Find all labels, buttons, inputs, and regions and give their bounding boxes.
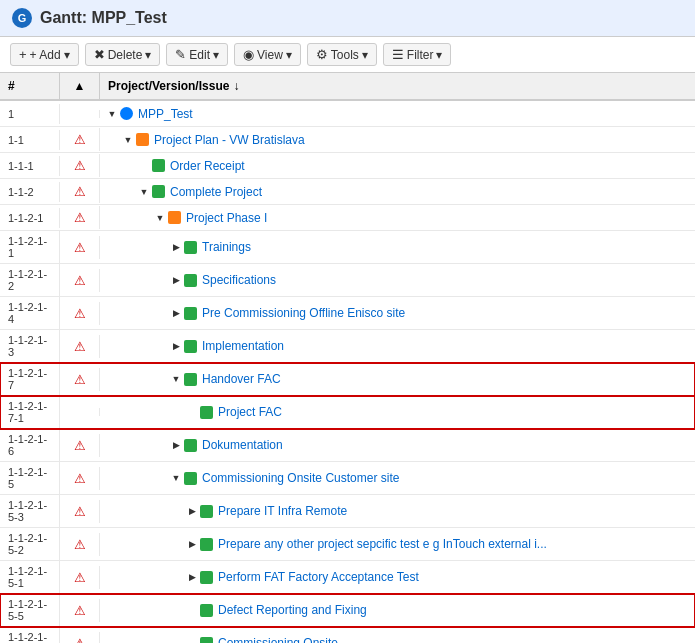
warning-cell: ⚠ xyxy=(60,566,100,589)
warning-cell: ⚠ xyxy=(60,500,100,523)
task-name[interactable]: Specifications xyxy=(202,273,276,287)
task-name[interactable]: Commissioning Onsite Customer site xyxy=(202,471,399,485)
task-name[interactable]: Handover FAC xyxy=(202,372,281,386)
collapse-button[interactable]: ▼ xyxy=(170,472,182,484)
collapse-button[interactable]: ▼ xyxy=(122,134,134,146)
warning-icon: ⚠ xyxy=(74,240,86,255)
expand-button[interactable]: ▶ xyxy=(186,538,198,550)
expand-button[interactable]: ▶ xyxy=(170,274,182,286)
warning-cell: ⚠ xyxy=(60,236,100,259)
task-icon xyxy=(184,373,197,386)
row-number: 1-1-2-1 xyxy=(0,208,60,228)
task-name[interactable]: MPP_Test xyxy=(138,107,193,121)
table-row: 1-1⚠▼Project Plan - VW Bratislava xyxy=(0,127,695,153)
task-name[interactable]: Commissioning Onsite xyxy=(218,636,338,643)
task-icon xyxy=(136,133,149,146)
expand-button[interactable]: ▶ xyxy=(170,307,182,319)
table-row: 1-1-2-1-5-5⚠Defect Reporting and Fixing xyxy=(0,594,695,627)
tools-icon: ⚙ xyxy=(316,47,328,62)
row-number: 1-1-2-1-5-2 xyxy=(0,528,60,560)
col-num-header: # xyxy=(0,73,60,99)
warning-icon: ⚠ xyxy=(74,603,86,618)
expand-button[interactable]: ▶ xyxy=(170,340,182,352)
task-name[interactable]: Implementation xyxy=(202,339,284,353)
task-icon xyxy=(168,211,181,224)
task-name[interactable]: Perform FAT Factory Acceptance Test xyxy=(218,570,419,584)
task-name[interactable]: Project FAC xyxy=(218,405,282,419)
task-name[interactable]: Order Receipt xyxy=(170,159,245,173)
task-name[interactable]: Project Phase I xyxy=(186,211,267,225)
row-number: 1-1-2 xyxy=(0,182,60,202)
table-row: 1-1-2-1-7⚠▼Handover FAC xyxy=(0,363,695,396)
task-name[interactable]: Project Plan - VW Bratislava xyxy=(154,133,305,147)
row-number: 1-1-2-1-2 xyxy=(0,264,60,296)
table-row: 1▼MPP_Test xyxy=(0,101,695,127)
warning-icon: ⚠ xyxy=(74,210,86,225)
warning-icon: ⚠ xyxy=(74,372,86,387)
toolbar: + + Add ▾ ✖ Delete ▾ ✎ Edit ▾ ◉ View ▾ ⚙… xyxy=(0,37,695,73)
task-icon xyxy=(184,439,197,452)
expand-button[interactable]: ▶ xyxy=(170,439,182,451)
view-chevron: ▾ xyxy=(286,48,292,62)
filter-button[interactable]: ☰ Filter ▾ xyxy=(383,43,452,66)
task-icon xyxy=(184,472,197,485)
row-number: 1-1-2-1-5 xyxy=(0,462,60,494)
name-cell: Defect Reporting and Fixing xyxy=(100,599,695,621)
name-cell: ▶Pre Commissioning Offline Enisco site xyxy=(100,302,695,324)
name-cell: ▼MPP_Test xyxy=(100,103,695,125)
collapse-button[interactable]: ▼ xyxy=(154,212,166,224)
row-number: 1-1-2-1-5-1 xyxy=(0,561,60,593)
row-number: 1 xyxy=(0,104,60,124)
row-number: 1-1 xyxy=(0,130,60,150)
name-cell: ▶Dokumentation xyxy=(100,434,695,456)
tools-chevron: ▾ xyxy=(362,48,368,62)
expand-button[interactable]: ▶ xyxy=(170,241,182,253)
task-icon xyxy=(184,307,197,320)
task-icon xyxy=(200,538,213,551)
add-button[interactable]: + + Add ▾ xyxy=(10,43,79,66)
task-name[interactable]: Trainings xyxy=(202,240,251,254)
row-number: 1-1-2-1-4 xyxy=(0,297,60,329)
task-icon xyxy=(152,185,165,198)
warning-icon: ⚠ xyxy=(74,504,86,519)
task-name[interactable]: Pre Commissioning Offline Enisco site xyxy=(202,306,405,320)
row-number: 1-1-2-1-3 xyxy=(0,330,60,362)
row-number: 1-1-2-1-5-4 xyxy=(0,627,60,643)
view-button[interactable]: ◉ View ▾ xyxy=(234,43,301,66)
filter-chevron: ▾ xyxy=(436,48,442,62)
name-cell: ▼Project Phase I xyxy=(100,207,695,229)
delete-button[interactable]: ✖ Delete ▾ xyxy=(85,43,161,66)
warning-cell: ⚠ xyxy=(60,335,100,358)
task-icon xyxy=(200,505,213,518)
delete-icon: ✖ xyxy=(94,47,105,62)
table-body: 1▼MPP_Test1-1⚠▼Project Plan - VW Bratisl… xyxy=(0,101,695,643)
table-row: 1-1-2-1-4⚠▶Pre Commissioning Offline Eni… xyxy=(0,297,695,330)
edit-button[interactable]: ✎ Edit ▾ xyxy=(166,43,228,66)
add-icon: + xyxy=(19,47,27,62)
task-icon xyxy=(200,571,213,584)
warning-icon: ⚠ xyxy=(74,570,86,585)
task-name[interactable]: Dokumentation xyxy=(202,438,283,452)
warning-icon: ⚠ xyxy=(74,306,86,321)
collapse-button[interactable]: ▼ xyxy=(106,108,118,120)
name-cell: ▶Specifications xyxy=(100,269,695,291)
collapse-button[interactable]: ▼ xyxy=(138,186,150,198)
expand-button[interactable]: ▶ xyxy=(186,571,198,583)
table-row: 1-1-2-1-5-3⚠▶Prepare IT Infra Remote xyxy=(0,495,695,528)
row-number: 1-1-2-1-6 xyxy=(0,429,60,461)
task-name[interactable]: Complete Project xyxy=(170,185,262,199)
name-cell: ▼Complete Project xyxy=(100,181,695,203)
task-icon xyxy=(184,340,197,353)
expand-button[interactable]: ▶ xyxy=(186,505,198,517)
name-cell: ▶Implementation xyxy=(100,335,695,357)
warning-cell: ⚠ xyxy=(60,599,100,622)
warning-icon: ⚠ xyxy=(74,273,86,288)
task-name[interactable]: Prepare any other project sepcific test … xyxy=(218,537,547,551)
warning-cell: ⚠ xyxy=(60,533,100,556)
col-name-header[interactable]: Project/Version/Issue ↓ xyxy=(100,73,675,99)
tools-button[interactable]: ⚙ Tools ▾ xyxy=(307,43,377,66)
task-name[interactable]: Prepare IT Infra Remote xyxy=(218,504,347,518)
view-icon: ◉ xyxy=(243,47,254,62)
task-name[interactable]: Defect Reporting and Fixing xyxy=(218,603,367,617)
collapse-button[interactable]: ▼ xyxy=(170,373,182,385)
